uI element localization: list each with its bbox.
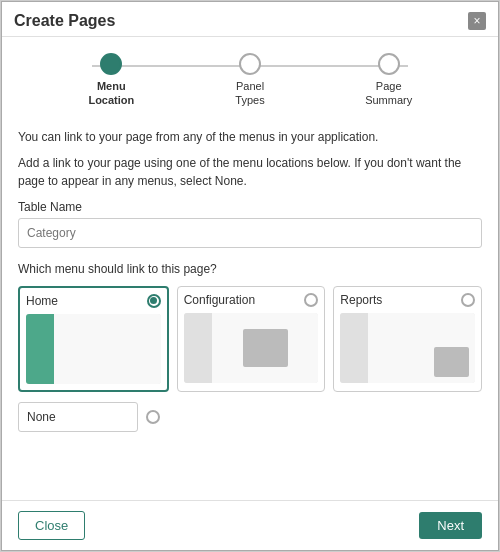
- menu-card-config-header: Configuration: [184, 293, 319, 307]
- config-preview: [184, 313, 319, 383]
- home-sidebar: [26, 314, 54, 384]
- close-button[interactable]: Close: [18, 511, 85, 540]
- step-menu-location: MenuLocation: [42, 53, 181, 108]
- menu-card-reports[interactable]: Reports: [333, 286, 482, 392]
- radio-configuration[interactable]: [304, 293, 318, 307]
- dialog-header: Create Pages ×: [2, 2, 498, 37]
- menu-card-configuration[interactable]: Configuration: [177, 286, 326, 392]
- next-button[interactable]: Next: [419, 512, 482, 539]
- menu-options: Home Configuration: [18, 286, 482, 392]
- menu-question: Which menu should link to this page?: [18, 262, 482, 276]
- stepper: MenuLocation PanelTypes PageSummary: [2, 37, 498, 116]
- radio-home-inner: [150, 297, 157, 304]
- reports-preview: [340, 313, 475, 383]
- radio-none[interactable]: [146, 410, 160, 424]
- table-name-label: Table Name: [18, 200, 482, 214]
- menu-card-home-label: Home: [26, 294, 58, 308]
- menu-card-home[interactable]: Home: [18, 286, 169, 392]
- description-2: Add a link to your page using one of the…: [18, 154, 482, 190]
- step-page-summary: PageSummary: [319, 53, 458, 108]
- reports-preview-layout: [340, 313, 475, 383]
- description-1: You can link to your page from any of th…: [18, 128, 482, 146]
- home-preview: [26, 314, 161, 384]
- step-circle-menu-location: [100, 53, 122, 75]
- menu-card-reports-label: Reports: [340, 293, 382, 307]
- menu-card-reports-header: Reports: [340, 293, 475, 307]
- menu-card-config-label: Configuration: [184, 293, 255, 307]
- close-x-button[interactable]: ×: [468, 12, 486, 30]
- step-circle-page-summary: [378, 53, 400, 75]
- table-name-input[interactable]: [18, 218, 482, 248]
- none-row: None: [18, 402, 482, 432]
- config-content: [212, 313, 319, 383]
- config-sidebar: [184, 313, 212, 383]
- none-label: None: [18, 402, 138, 432]
- radio-home[interactable]: [147, 294, 161, 308]
- config-preview-layout: [184, 313, 319, 383]
- step-label-page-summary: PageSummary: [365, 79, 412, 108]
- step-label-panel-types: PanelTypes: [235, 79, 264, 108]
- home-content: [54, 314, 161, 384]
- menu-card-home-header: Home: [26, 294, 161, 308]
- config-block: [243, 329, 288, 367]
- dialog-body: You can link to your page from any of th…: [2, 116, 498, 500]
- reports-content: [368, 313, 475, 383]
- reports-sidebar: [340, 313, 368, 383]
- create-pages-dialog: Create Pages × MenuLocation PanelTypes P…: [1, 1, 499, 551]
- step-circle-panel-types: [239, 53, 261, 75]
- dialog-footer: Close Next: [2, 500, 498, 550]
- radio-reports[interactable]: [461, 293, 475, 307]
- step-label-menu-location: MenuLocation: [88, 79, 134, 108]
- home-preview-layout: [26, 314, 161, 384]
- dialog-title: Create Pages: [14, 12, 115, 30]
- step-panel-types: PanelTypes: [181, 53, 320, 108]
- reports-block: [434, 347, 469, 377]
